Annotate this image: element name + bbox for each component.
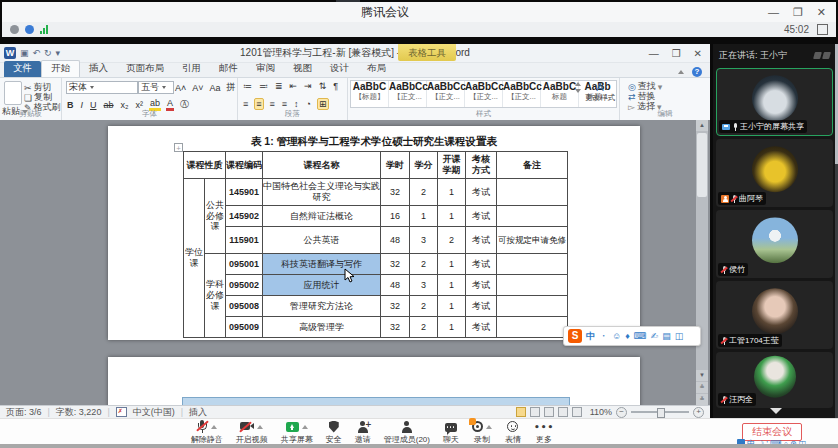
style-chip[interactable]: AaBbC标题 [541,81,579,107]
help-icon[interactable]: ? [692,67,702,77]
start-video-button[interactable]: 开启视频 [236,420,268,445]
draft-view-icon[interactable] [572,407,582,417]
word-close-icon[interactable]: ✕ [694,48,702,59]
scrollbar-thumb[interactable] [697,133,707,197]
print-layout-view-icon[interactable] [516,407,526,417]
font-name-combo[interactable]: 宋体 [66,81,138,94]
ime-emoji-icon[interactable]: ☺ [612,327,621,345]
styles-scroll-down-icon[interactable] [575,89,581,93]
minimize-ribbon-icon[interactable] [678,70,684,74]
record-button[interactable]: 录制 [472,420,492,445]
redo-icon[interactable]: ↻ [44,48,52,58]
next-page-icon[interactable]: ≚ [696,394,708,405]
mic-options-icon[interactable] [211,425,217,429]
zoom-in-icon[interactable]: + [693,407,704,418]
ime-skin-icon[interactable]: ▤ [662,327,671,345]
close-icon[interactable]: ✕ [817,6,826,19]
chat-button[interactable]: 聊天 [443,420,459,445]
previous-page-icon[interactable]: ≙ [696,382,708,393]
sort-icon[interactable]: ⇅ [318,81,328,91]
ime-voice-icon[interactable]: ♦ [625,327,630,345]
justify-icon[interactable]: ≡ [281,99,288,109]
manage-members-button[interactable]: 管理成员(20) [384,420,430,445]
outline-view-icon[interactable] [558,407,568,417]
record-options-icon[interactable] [486,425,492,429]
style-chip[interactable]: AaBbCc【正文... [503,81,541,107]
video-tile[interactable]: 工管1704王莹 [716,281,833,349]
video-tile-screen-share[interactable]: 王小宁的屏幕共享 [716,68,833,136]
superscript-icon[interactable]: x² [135,100,145,110]
video-tile[interactable]: 曲阿琴 [716,139,833,207]
table-move-handle-icon[interactable]: + [174,143,183,152]
zoom-level[interactable]: 110% [590,407,612,417]
phonetic-guide-icon[interactable]: 拼 [226,81,237,94]
zoom-slider[interactable] [631,411,689,413]
ime-toolbox-icon[interactable]: ◫ [675,327,684,345]
styles-scroll-up-icon[interactable] [575,82,581,86]
paste-icon[interactable] [4,81,22,105]
word-restore-icon[interactable]: ❐ [672,48,681,59]
emoji-button[interactable]: 表情 [505,420,521,445]
align-right-icon[interactable]: ≡ [269,99,276,109]
tab-layout[interactable]: 布局 [358,61,395,77]
zoom-slider-thumb[interactable] [657,408,665,418]
document-scrollbar[interactable]: ▲ ▼ ≙ ≚ [696,120,708,405]
bold-icon[interactable]: B [66,100,75,110]
more-button[interactable]: ••• 更多 [534,420,554,445]
video-options-icon[interactable] [257,425,263,429]
ime-keyboard-icon[interactable]: ⌨ [634,327,647,345]
change-styles-button[interactable]: 更改样式 [583,93,617,103]
status-insert-mode[interactable]: 插入 [189,406,207,419]
tab-references[interactable]: 引用 [173,61,210,77]
meeting-info-icon[interactable] [10,25,19,34]
numbering-icon[interactable]: ≕ [258,81,269,91]
status-language[interactable]: 中文(中国) [133,406,175,419]
strikethrough-icon[interactable]: ab [103,100,115,110]
word-logo-icon[interactable]: W [4,47,16,59]
ime-toolbar[interactable]: S 中 ・ ☺ ♦ ⌨ ✍ ▤ ◫ [563,326,701,346]
sogou-logo-icon[interactable]: S [568,329,582,343]
tab-review[interactable]: 审阅 [247,61,284,77]
bullets-icon[interactable]: ≔ [242,81,253,91]
tab-mailings[interactable]: 邮件 [210,61,247,77]
word-minimize-icon[interactable]: — [649,48,659,59]
tab-design[interactable]: 设计 [321,61,358,77]
ime-handwriting-icon[interactable]: ✍ [651,327,659,345]
ime-punctuation-icon[interactable]: ・ [599,327,608,345]
style-chip[interactable]: AaBbCc【正文... [427,81,465,107]
subscript-icon[interactable]: x₂ [120,100,130,110]
maximize-icon[interactable]: ❐ [793,6,803,19]
tab-view[interactable]: 视图 [284,61,321,77]
scroll-up-icon[interactable]: ▲ [696,120,708,131]
share-screen-button[interactable]: 共享屏幕 [281,420,313,445]
video-tile[interactable]: 汪丙全 [716,352,833,408]
font-size-combo[interactable]: 五号 [138,81,174,94]
audio-device-icon[interactable] [25,25,34,34]
zoom-out-icon[interactable]: − [616,407,627,418]
share-options-icon[interactable] [302,425,308,429]
fullscreen-icon[interactable] [817,24,828,35]
save-icon[interactable]: ▣ [20,48,29,58]
scroll-down-icon[interactable]: ▼ [696,370,708,381]
italic-icon[interactable]: I [80,100,85,110]
style-chip[interactable]: AaBbC【标题】 [351,81,389,107]
video-tile[interactable]: 侯竹 [716,210,833,278]
increase-indent-icon[interactable]: ⇥ [303,81,313,91]
tab-file[interactable]: 文件 [4,61,41,77]
align-left-icon[interactable]: ≡ [242,99,249,109]
tab-home[interactable]: 开始 [41,60,80,77]
grow-font-icon[interactable]: A˄ [174,83,187,93]
show-marks-icon[interactable]: ¶ [332,81,339,91]
status-page[interactable]: 页面: 3/6 [6,406,42,419]
shading-icon[interactable]: ◔ [305,99,312,109]
document-area[interactable]: 表 1: 管理科学与工程学术学位硕士研究生课程设置表 + 课程性质 课程编码 课… [0,120,710,405]
table-tools-context-tab[interactable]: 表格工具 [398,44,456,61]
tab-page-layout[interactable]: 页面布局 [117,61,173,77]
invite-button[interactable]: + 邀请 [355,420,371,445]
tab-insert[interactable]: 插入 [80,61,117,77]
minimize-icon[interactable]: — [768,6,779,19]
undo-icon[interactable]: ↶ [33,48,41,58]
line-spacing-icon[interactable]: ↕ [293,99,300,109]
shrink-font-icon[interactable]: A˅ [191,83,204,93]
qat-dropdown-icon[interactable]: ▾ [56,48,61,58]
